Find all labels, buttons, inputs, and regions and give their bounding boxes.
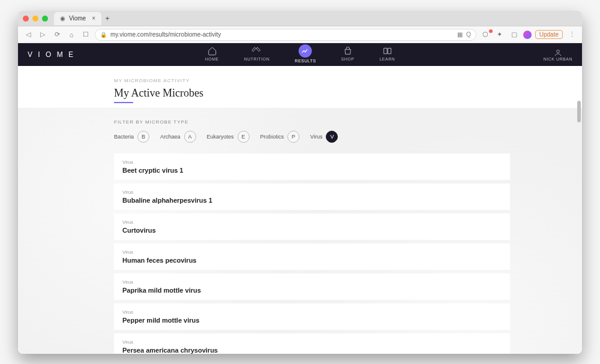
card-icon[interactable]: ▢: [509, 31, 520, 38]
nav-nutrition[interactable]: NUTRITION: [244, 46, 270, 63]
breadcrumb: MY MICROBIOME ACTIVITY: [114, 78, 498, 83]
minimize-window[interactable]: [32, 16, 38, 22]
page-body: FILTER BY MICROBE TYPE BacteriaBArchaeaA…: [18, 109, 582, 354]
puzzle-icon[interactable]: ✦: [494, 31, 505, 38]
update-button[interactable]: Update: [535, 30, 563, 39]
results-icon: [299, 44, 312, 58]
user-icon: [554, 49, 562, 57]
back-button[interactable]: ◁: [23, 31, 34, 38]
filter-heading: FILTER BY MICROBE TYPE: [114, 119, 510, 125]
scrollbar-thumb[interactable]: [577, 101, 581, 122]
reload-button[interactable]: ⟳: [52, 31, 62, 38]
profile-avatar[interactable]: [523, 31, 532, 39]
list-item[interactable]: VirusBubaline alphaherpesvirus 1: [114, 183, 510, 210]
item-name: Persea americana chrysovirus: [122, 347, 502, 354]
list-item[interactable]: VirusCurtovirus: [114, 213, 510, 240]
filter-label: Probiotics: [260, 134, 284, 140]
filter-label: Archaea: [160, 134, 181, 140]
browser-toolbar: ◁ ▷ ⟳ ⌂ ☐ 🔒 my.viome.com/results/microbi…: [18, 26, 582, 43]
url-text: my.viome.com/results/microbiome-activity: [110, 31, 454, 38]
item-type: Virus: [122, 219, 502, 225]
close-tab-icon[interactable]: ×: [92, 15, 95, 22]
filter-eukaryotes[interactable]: EukaryotesE: [207, 131, 250, 143]
list-item[interactable]: VirusPersea americana chrysovirus: [114, 333, 510, 354]
nav-label: NUTRITION: [244, 57, 270, 61]
address-bar[interactable]: 🔒 my.viome.com/results/microbiome-activi…: [95, 29, 476, 41]
shield-icon[interactable]: ⬡: [480, 31, 491, 38]
filter-probiotics[interactable]: ProbioticsP: [260, 131, 300, 143]
svg-point-0: [557, 50, 560, 53]
logo[interactable]: V I O M E: [28, 50, 75, 59]
nav-home[interactable]: HOME: [205, 46, 219, 63]
page-scroll[interactable]: MY MICROBIOME ACTIVITY My Active Microbe…: [18, 66, 582, 354]
tab-title: Viome: [69, 15, 86, 22]
home-icon: [207, 46, 217, 56]
item-type: Virus: [122, 339, 502, 345]
window-controls: [23, 16, 48, 22]
nav-results[interactable]: RESULTS: [295, 46, 316, 63]
item-type: Virus: [122, 189, 502, 195]
microbe-list: VirusBeet cryptic virus 1VirusBubaline a…: [114, 154, 510, 354]
page-title: My Active Microbes: [114, 87, 203, 100]
list-item[interactable]: VirusPaprika mild mottle virus: [114, 273, 510, 300]
search-addr-icon[interactable]: Q: [466, 31, 471, 38]
nav-label: LEARN: [379, 57, 395, 61]
nav-shop[interactable]: SHOP: [341, 46, 355, 63]
filter-chip: B: [137, 131, 149, 143]
filter-chip: A: [184, 131, 196, 143]
utensils-icon: [252, 46, 262, 56]
bookmark-button[interactable]: ☐: [80, 31, 91, 38]
browser-tab[interactable]: ◉ Viome ×: [54, 12, 101, 25]
list-item[interactable]: VirusBeet cryptic virus 1: [114, 154, 510, 180]
browser-window: ◉ Viome × + ◁ ▷ ⟳ ⌂ ☐ 🔒 my.viome.com/res…: [18, 11, 582, 354]
user-menu[interactable]: NICK URBAN: [544, 49, 572, 61]
lock-icon: 🔒: [100, 32, 107, 38]
item-name: Curtovirus: [122, 227, 502, 234]
tab-strip: ◉ Viome × +: [18, 11, 582, 26]
content-area: MY MICROBIOME ACTIVITY My Active Microbe…: [18, 66, 582, 354]
nav-learn[interactable]: LEARN: [379, 46, 395, 63]
page-header: MY MICROBIOME ACTIVITY My Active Microbe…: [18, 66, 582, 109]
home-button[interactable]: ⌂: [66, 31, 77, 38]
filter-label: Eukaryotes: [207, 134, 234, 140]
nav-label: SHOP: [341, 57, 355, 61]
filter-virus[interactable]: VirusV: [310, 131, 338, 143]
nav-label: RESULTS: [295, 59, 316, 63]
new-tab-button[interactable]: +: [101, 14, 113, 23]
maximize-window[interactable]: [42, 16, 48, 22]
item-type: Virus: [122, 160, 502, 165]
item-type: Virus: [122, 249, 502, 255]
item-name: Pepper mild mottle virus: [122, 317, 502, 324]
nav-label: HOME: [205, 57, 219, 61]
list-item[interactable]: VirusPepper mild mottle virus: [114, 303, 510, 330]
item-type: Virus: [122, 309, 502, 315]
filter-chip: E: [238, 131, 250, 143]
extensions: ✦ ▢ Update ⋮: [494, 30, 577, 39]
item-name: Beet cryptic virus 1: [122, 167, 502, 174]
menu-icon[interactable]: ⋮: [566, 31, 577, 38]
globe-icon: ◉: [60, 15, 65, 22]
forward-button[interactable]: ▷: [37, 31, 48, 38]
item-name: Human feces pecovirus: [122, 257, 502, 264]
item-name: Bubaline alphaherpesvirus 1: [122, 197, 502, 204]
book-icon: [382, 46, 392, 56]
item-type: Virus: [122, 279, 502, 285]
qr-icon[interactable]: ▦: [457, 31, 463, 38]
main-nav: HOME NUTRITION RESULTS SHOP: [205, 46, 395, 63]
filter-chip: V: [326, 131, 338, 143]
app-header: V I O M E HOME NUTRITION RESULTS: [18, 43, 582, 66]
filter-archaea[interactable]: ArchaeaA: [160, 131, 196, 143]
filter-bacteria[interactable]: BacteriaB: [114, 131, 149, 143]
filter-label: Virus: [310, 134, 322, 140]
filter-label: Bacteria: [114, 134, 134, 140]
filter-chip: P: [287, 131, 299, 143]
user-label: NICK URBAN: [544, 57, 572, 61]
scrollbar[interactable]: [576, 66, 582, 354]
list-item[interactable]: VirusHuman feces pecovirus: [114, 243, 510, 270]
close-window[interactable]: [23, 16, 29, 22]
address-right-icons: ▦ Q: [457, 31, 471, 38]
item-name: Paprika mild mottle virus: [122, 287, 502, 294]
bag-icon: [343, 46, 353, 56]
filter-row: BacteriaBArchaeaAEukaryotesEProbioticsPV…: [114, 131, 510, 143]
